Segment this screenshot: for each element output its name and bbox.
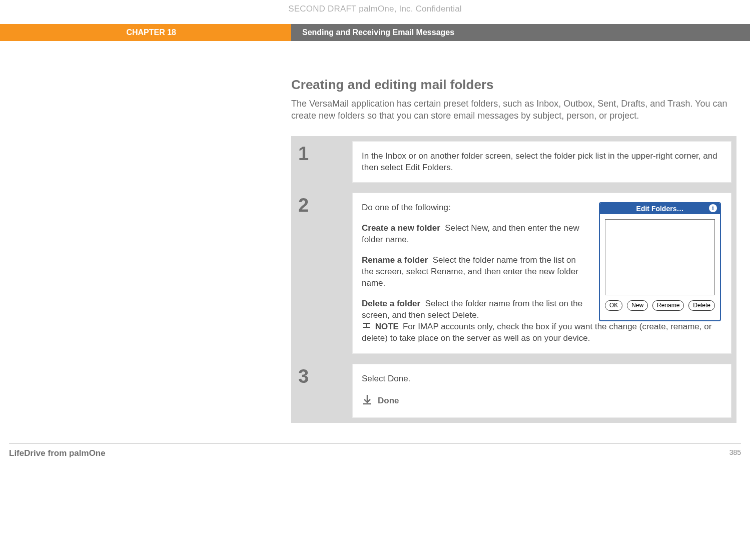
option-label: Rename a folder (362, 255, 428, 265)
step-row: 1 In the Inbox or on another folder scre… (291, 136, 736, 188)
chapter-header-bar: CHAPTER 18 Sending and Receiving Email M… (0, 24, 750, 41)
option-label: Create a new folder (362, 223, 440, 233)
option-label: Delete a folder (362, 299, 420, 308)
section-heading: Creating and editing mail folders (291, 77, 736, 93)
step-row: 2 Do one of the following: Create a new … (291, 188, 736, 358)
folder-listbox[interactable] (605, 219, 715, 295)
done-row: Done (362, 394, 721, 408)
note-line: NOTEFor IMAP accounts only, check the bo… (362, 321, 721, 344)
steps-container: 1 In the Inbox or on another folder scre… (291, 136, 736, 423)
step-number: 1 (291, 141, 352, 183)
down-arrow-icon (362, 394, 373, 408)
step-row: 3 Select Done. Done (291, 359, 736, 423)
step-option: Rename a folder Select the folder name f… (362, 255, 587, 289)
step-content: Do one of the following: Create a new fo… (352, 193, 731, 353)
chapter-label: CHAPTER 18 (0, 24, 291, 41)
rename-button[interactable]: Rename (652, 300, 684, 310)
page-number: 385 (729, 448, 741, 458)
dialog-titlebar: Edit Folders… i (600, 203, 720, 214)
step-number: 2 (291, 193, 352, 353)
new-button[interactable]: New (627, 300, 648, 310)
section-lead: The VersaMail application has certain pr… (291, 98, 736, 122)
dialog-button-row: OK New Rename Delete (600, 300, 720, 315)
step-body-text: In the Inbox or on another folder screen… (362, 151, 721, 174)
step-content: Select Done. Done (352, 364, 731, 418)
ok-button[interactable]: OK (605, 300, 622, 310)
confidential-watermark: SECOND DRAFT palmOne, Inc. Confidential (0, 0, 750, 24)
step-option: Create a new folder Select New, and then… (362, 223, 587, 246)
page-body: Creating and editing mail folders The Ve… (291, 41, 736, 423)
page-footer: LifeDrive from palmOne 385 (9, 443, 741, 478)
step-content: In the Inbox or on another folder screen… (352, 141, 731, 183)
note-icon (362, 321, 371, 333)
dialog-title: Edit Folders… (636, 204, 684, 214)
done-label: Done (378, 395, 399, 407)
note-text: For IMAP accounts only, check the box if… (362, 322, 711, 343)
delete-button[interactable]: Delete (688, 300, 715, 310)
chapter-title: Sending and Receiving Email Messages (291, 24, 750, 41)
note-label: NOTE (375, 322, 399, 331)
step-intro: Do one of the following: (362, 202, 587, 214)
product-name: LifeDrive from palmOne (9, 448, 106, 458)
step-option: Delete a folder Select the folder name f… (362, 298, 587, 321)
edit-folders-dialog: Edit Folders… i OK New Rename Delete (599, 202, 721, 321)
info-icon[interactable]: i (709, 204, 717, 212)
step-body-text: Select Done. (362, 373, 721, 385)
step-number: 3 (291, 364, 352, 418)
